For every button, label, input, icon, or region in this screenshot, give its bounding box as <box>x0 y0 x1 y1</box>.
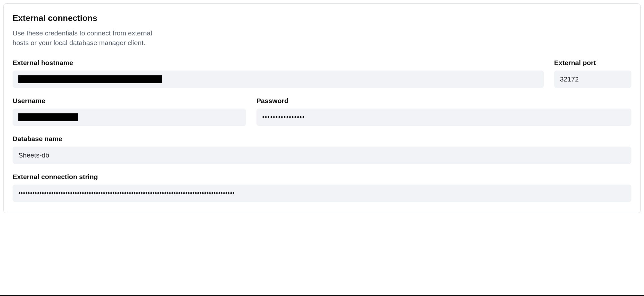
field-database-name: Database name Sheets-db <box>13 135 631 164</box>
connection-string-mask: ••••••••••••••••••••••••••••••••••••••••… <box>18 190 235 196</box>
connection-string-label: External connection string <box>13 173 631 181</box>
field-external-hostname: External hostname <box>13 59 544 88</box>
redacted-bar <box>18 113 78 121</box>
section-description: Use these credentials to connect from ex… <box>13 28 164 48</box>
row-hostname-port: External hostname External port 32172 <box>13 59 631 88</box>
username-label: Username <box>13 97 246 105</box>
external-port-label: External port <box>554 59 631 67</box>
section-title: External connections <box>13 13 631 23</box>
row-username-password: Username Password •••••••••••••••• <box>13 97 631 126</box>
external-hostname-label: External hostname <box>13 59 544 67</box>
field-password: Password •••••••••••••••• <box>256 97 631 126</box>
row-database-name: Database name Sheets-db <box>13 135 631 164</box>
password-value[interactable]: •••••••••••••••• <box>256 109 631 126</box>
row-connection-string: External connection string •••••••••••••… <box>13 173 631 202</box>
password-label: Password <box>256 97 631 105</box>
database-name-value[interactable]: Sheets-db <box>13 147 631 164</box>
connection-string-value[interactable]: ••••••••••••••••••••••••••••••••••••••••… <box>13 185 631 202</box>
database-name-label: Database name <box>13 135 631 143</box>
external-connections-panel: External connections Use these credentia… <box>3 3 641 213</box>
external-port-value[interactable]: 32172 <box>554 71 631 88</box>
field-connection-string: External connection string •••••••••••••… <box>13 173 631 202</box>
password-mask: •••••••••••••••• <box>262 114 305 120</box>
field-username: Username <box>13 97 246 126</box>
external-hostname-value[interactable] <box>13 71 544 88</box>
redacted-bar <box>18 75 162 83</box>
field-external-port: External port 32172 <box>554 59 631 88</box>
username-value[interactable] <box>13 109 246 126</box>
